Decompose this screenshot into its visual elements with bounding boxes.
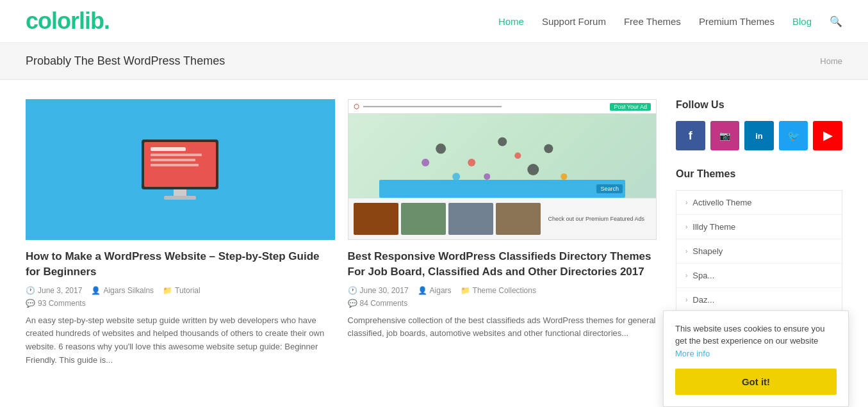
post-image-1 [26, 99, 335, 240]
thumb-4 [496, 203, 541, 235]
post-author-2: 👤 Aigars [418, 286, 452, 295]
svg-point-11 [527, 164, 539, 175]
thumb-2 [401, 203, 446, 235]
breadcrumb-home[interactable]: Home [820, 56, 842, 66]
post-category-1[interactable]: 📁 Tutorial [163, 286, 201, 295]
post-meta-2: 🕐 June 30, 2017 👤 Aigars 📁 Theme Collect… [348, 286, 657, 295]
theme-label: Shapely [692, 246, 723, 256]
breadcrumb-bar: Probably The Best WordPress Themes Home [0, 43, 868, 80]
post-excerpt-1: An easy step-by-step website setup guide… [26, 314, 335, 367]
follow-us-title: Follow Us [676, 99, 842, 111]
content-area: How to Make a WordPress Website – Step-b… [26, 99, 657, 403]
site-logo[interactable]: colorlib. [26, 8, 110, 35]
post-date-2: 🕐 June 30, 2017 [348, 286, 409, 295]
search-icon[interactable]: 🔍 [830, 15, 842, 28]
map-search-bar: Search [379, 180, 625, 198]
nav-support-forum[interactable]: Support Forum [542, 16, 606, 27]
our-themes-title: Our Themes [676, 168, 842, 180]
svg-point-8 [436, 143, 446, 154]
post-comments-2: 💬 84 Comments [348, 299, 657, 308]
twitter-button[interactable]: 🐦 [779, 121, 808, 150]
theme-label: Daz... [692, 295, 714, 305]
cookie-text: This website uses cookies to ensure you … [675, 323, 837, 360]
thumb-3 [448, 203, 493, 235]
post-comments-1: 💬 93 Comments [26, 299, 335, 308]
svg-rect-7 [164, 196, 196, 200]
nav-blog[interactable]: Blog [792, 16, 812, 27]
svg-rect-5 [151, 164, 199, 166]
post-card-1: How to Make a WordPress Website – Step-b… [26, 99, 335, 403]
post-date-1: 🕐 June 3, 2017 [26, 286, 82, 295]
main-nav: Home Support Forum Free Themes Premium T… [498, 15, 842, 28]
chevron-icon: › [685, 199, 687, 206]
cookie-popup: This website uses cookies to ensure you … [663, 310, 849, 408]
theme-item-activello[interactable]: › Activello Theme [676, 191, 842, 215]
svg-rect-3 [151, 154, 202, 156]
svg-point-12 [484, 173, 490, 180]
theme-label: Spa... [692, 271, 714, 280]
theme-label: Illdy Theme [692, 222, 735, 232]
svg-rect-4 [151, 159, 195, 161]
chevron-icon: › [685, 272, 687, 279]
chevron-icon: › [685, 248, 687, 255]
svg-point-14 [514, 152, 521, 159]
post-title-1[interactable]: How to Make a WordPress Website – Step-b… [26, 249, 335, 280]
linkedin-button[interactable]: in [744, 121, 774, 150]
nav-home[interactable]: Home [498, 16, 524, 27]
map-thumbnails: Check out our Premium Featured Ads [348, 198, 657, 239]
map-bg: ⬡ ━━━━━━━━━━━━━━━━━━━━━━━━━━━━━━━━━━━━ P… [348, 100, 657, 239]
post-category-2[interactable]: 📁 Theme Collections [461, 286, 536, 295]
cookie-more-info[interactable]: More info [675, 349, 710, 358]
post-image-2: ⬡ ━━━━━━━━━━━━━━━━━━━━━━━━━━━━━━━━━━━━ P… [348, 99, 657, 240]
theme-label: Activello Theme [692, 198, 751, 207]
post-card-2: ⬡ ━━━━━━━━━━━━━━━━━━━━━━━━━━━━━━━━━━━━ P… [348, 99, 657, 403]
map-topbar: ⬡ ━━━━━━━━━━━━━━━━━━━━━━━━━━━━━━━━━━━━ P… [348, 100, 657, 114]
facebook-button[interactable]: f [676, 121, 705, 150]
monitor-illustration [135, 134, 225, 205]
theme-item-spa[interactable]: › Spa... [676, 264, 842, 288]
theme-item-shapely[interactable]: › Shapely [676, 239, 842, 264]
theme-item-illdy[interactable]: › Illdy Theme [676, 215, 842, 239]
thumb-1 [354, 203, 398, 235]
post-author-1: 👤 Aigars Silkalns [91, 286, 154, 295]
svg-point-9 [468, 159, 475, 166]
chevron-icon: › [685, 223, 687, 230]
post-title-2[interactable]: Best Responsive WordPress Classifieds Di… [348, 249, 657, 280]
youtube-button[interactable]: ▶ [813, 121, 842, 150]
nav-free-themes[interactable]: Free Themes [624, 16, 681, 27]
page-title: Probably The Best WordPress Themes [26, 54, 225, 68]
svg-rect-2 [151, 147, 186, 151]
post-excerpt-2: Comprehensive collection of the best cla… [348, 314, 657, 341]
social-icons: f 📷 in 🐦 ▶ [676, 121, 842, 150]
svg-point-10 [498, 137, 507, 146]
svg-point-15 [544, 144, 553, 153]
follow-us-section: Follow Us f 📷 in 🐦 ▶ [676, 99, 842, 150]
instagram-button[interactable]: 📷 [710, 121, 740, 150]
post-meta-1: 🕐 June 3, 2017 👤 Aigars Silkalns 📁 Tutor… [26, 286, 335, 295]
got-it-button[interactable]: Got it! [675, 369, 837, 395]
svg-point-16 [422, 159, 429, 166]
nav-premium-themes[interactable]: Premium Themes [699, 16, 774, 27]
svg-point-17 [561, 173, 567, 180]
theme-item-daz[interactable]: › Daz... [676, 288, 842, 312]
site-header: colorlib. Home Support Forum Free Themes… [0, 0, 868, 43]
chevron-icon: › [685, 296, 687, 303]
